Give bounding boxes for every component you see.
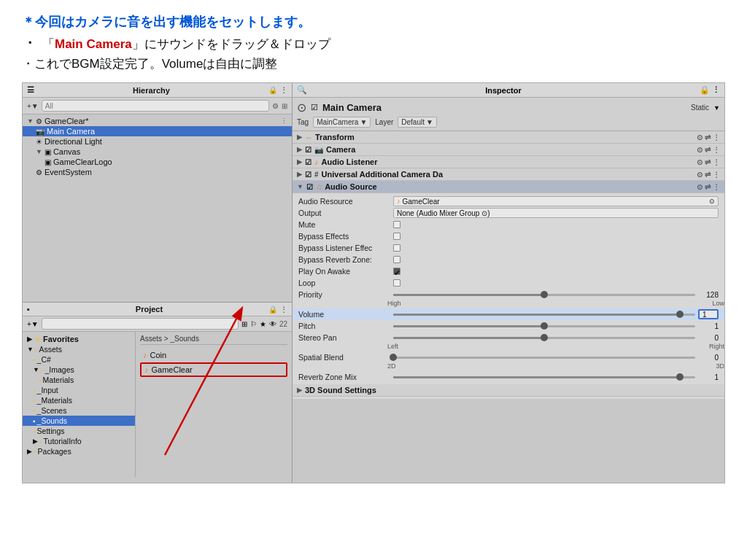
as-action-2[interactable]: ⇌ [705, 183, 711, 191]
prop-play-on-awake: Play On Awake ✔ [293, 265, 724, 277]
pitch-thumb[interactable] [541, 322, 548, 330]
volume-value-field[interactable]: 1 [698, 309, 719, 319]
hier-item-directional-light[interactable]: ☀ Directional Light [23, 136, 292, 147]
bypass-listener-checkbox[interactable] [393, 244, 400, 252]
priority-slider[interactable] [393, 294, 695, 296]
transform-action-3[interactable]: ⋮ [713, 133, 720, 141]
camera-action-3[interactable]: ⋮ [713, 146, 720, 154]
component-camera[interactable]: ▶ ☑ 📷 Camera ⊙ ⇌ ⋮ [293, 144, 724, 156]
tree-item-packages[interactable]: ▶ ▪ Packages [23, 446, 135, 456]
favorites-row[interactable]: ▶ ★ Favorites [23, 334, 135, 344]
tag-dropdown[interactable]: MainCamera ▼ [313, 117, 371, 128]
assets-folder-icon: ▪ [35, 346, 38, 354]
stereo-pan-slider[interactable] [393, 337, 695, 339]
as-action-1[interactable]: ⊙ [697, 183, 703, 191]
priority-thumb[interactable] [541, 291, 548, 298]
uacd-action-3[interactable]: ⋮ [713, 171, 720, 179]
al-action-3[interactable]: ⋮ [713, 158, 720, 166]
project-lock-icon[interactable]: 🔒 [268, 306, 277, 314]
pitch-track [393, 325, 695, 327]
bypass-reverb-checkbox[interactable] [393, 256, 400, 263]
audio-listener-check[interactable]: ☑ [305, 158, 311, 166]
tree-item-tutorialinfo[interactable]: ▶ ▪ TutorialInfo [23, 436, 135, 446]
loop-checkbox[interactable] [393, 279, 400, 287]
menu-icon[interactable]: ⋮ [280, 86, 287, 94]
uacd-action-2[interactable]: ⇌ [705, 171, 711, 179]
component-audio-source[interactable]: ▼ ☑ ♫ Audio Source ⊙ ⇌ ⋮ [293, 181, 724, 193]
project-search[interactable] [42, 318, 239, 330]
expand-arrow-gameclear: ▼ [27, 117, 34, 125]
hier-item-canvas[interactable]: ▼ ▣ Canvas [23, 147, 292, 157]
reverb-zone-thumb[interactable] [676, 373, 684, 381]
lock-icon[interactable]: 🔒 [268, 86, 277, 94]
component-audio-listener[interactable]: ▶ ☑ ♪ Audio Listener ⊙ ⇌ ⋮ [293, 156, 724, 168]
tree-item-input[interactable]: ▪ _Input [23, 385, 135, 395]
prop-mute: Mute [293, 219, 724, 230]
al-action-1[interactable]: ⊙ [697, 158, 703, 166]
hierarchy-title: Hierarchy [133, 86, 170, 95]
stereo-pan-thumb[interactable] [541, 334, 548, 341]
uacd-check[interactable]: ☑ [305, 171, 311, 179]
reverb-zone-value: 1 [393, 373, 719, 381]
hierarchy-search[interactable] [42, 100, 269, 112]
tree-item-scenes[interactable]: ▪ _Scenes [23, 405, 135, 416]
camera-action-2[interactable]: ⇌ [705, 146, 711, 154]
project-add-btn[interactable]: +▼ [27, 320, 39, 328]
hier-item-gameclearlogo[interactable]: ▣ GameClearLogo [23, 157, 292, 167]
static-dropdown-icon[interactable]: ▼ [713, 104, 720, 112]
tree-item-assets[interactable]: ▼ ▪ Assets [23, 344, 135, 354]
bypass-reverb-value [393, 256, 719, 263]
stereo-pan-value-text: 0 [698, 334, 719, 342]
transform-icon: ↔ [305, 133, 312, 141]
enable-checkbox[interactable]: ☑ [311, 103, 318, 112]
output-field[interactable]: None (Audio Mixer Group ⊙) [393, 208, 719, 218]
component-transform[interactable]: ▶ ↔ Transform ⊙ ⇌ ⋮ [293, 131, 724, 144]
component-uacd[interactable]: ▶ ☑ # Universal Additional Camera Da ⊙ ⇌… [293, 168, 724, 181]
reverb-zone-slider[interactable] [393, 376, 695, 378]
section-3d-sound[interactable]: ▶ 3D Sound Settings [293, 384, 724, 397]
filter-icon: ⚐ [250, 320, 257, 328]
transform-actions: ⊙ ⇌ ⋮ [697, 133, 720, 141]
hier-item-eventsystem[interactable]: ⚙ EventSystem [23, 167, 292, 177]
audio-resource-value: ♪ GameClear ⊙ [393, 196, 719, 206]
transform-action-2[interactable]: ⇌ [705, 133, 711, 141]
volume-thumb[interactable] [676, 311, 684, 318]
uacd-action-1[interactable]: ⊙ [697, 171, 703, 179]
transform-label: Transform [315, 133, 355, 141]
project-menu-icon[interactable]: ⋮ [280, 306, 287, 314]
tree-item-images[interactable]: ▼ ▪ _Images [23, 365, 135, 375]
audio-source-check[interactable]: ☑ [306, 183, 313, 191]
camera-check[interactable]: ☑ [305, 146, 311, 154]
bypass-reverb-label: Bypass Reverb Zone: [298, 255, 393, 264]
add-button[interactable]: +▼ [27, 102, 39, 110]
al-action-2[interactable]: ⇌ [705, 158, 711, 166]
tree-item-sounds[interactable]: ▪ _Sounds [23, 416, 135, 426]
tree-item-csharp[interactable]: ▪ _C# [23, 354, 135, 365]
hier-item-main-camera[interactable]: 📷 Main Camera [23, 126, 292, 136]
inspector-menu-icon[interactable]: ⋮ [712, 85, 720, 94]
bypass-effects-checkbox[interactable] [393, 233, 400, 240]
inspector-lock-icon[interactable]: 🔒 [700, 85, 710, 94]
spatial-blend-thumb[interactable] [390, 354, 397, 361]
gameclear-label: GameClear [152, 365, 193, 374]
volume-slider[interactable] [393, 314, 695, 316]
bullet1-text: 「Main Camera」にサウンドをドラッグ＆ドロップ [42, 36, 330, 52]
hier-item-gameclear[interactable]: ▼ ⚙ GameClear* ⋮ [23, 116, 292, 126]
pitch-slider[interactable] [393, 325, 695, 327]
sound-item-gameclear[interactable]: ♪ GameClear [140, 362, 287, 377]
tree-item-settings[interactable]: ▪ Settings [23, 426, 135, 436]
sound-item-coin[interactable]: ♪ Coin [140, 349, 287, 361]
hier-label-eventsystem: EventSystem [44, 168, 92, 176]
as-action-3[interactable]: ⋮ [713, 183, 720, 191]
spatial-blend-slider[interactable] [393, 357, 695, 359]
hier-menu-gameclear[interactable]: ⋮ [281, 117, 287, 125]
transform-action-1[interactable]: ⊙ [697, 133, 703, 141]
tree-item-materials[interactable]: ▪ Materials [23, 375, 135, 385]
layer-dropdown[interactable]: Default ▼ [398, 117, 437, 128]
audio-resource-field[interactable]: ♪ GameClear ⊙ [393, 196, 719, 206]
mute-checkbox[interactable] [393, 221, 400, 228]
stereo-pan-labels: Left Right [293, 343, 724, 350]
play-on-awake-checkbox[interactable]: ✔ [393, 268, 400, 275]
camera-action-1[interactable]: ⊙ [697, 146, 703, 154]
tree-item-materials2[interactable]: ▪ _Materials [23, 395, 135, 405]
